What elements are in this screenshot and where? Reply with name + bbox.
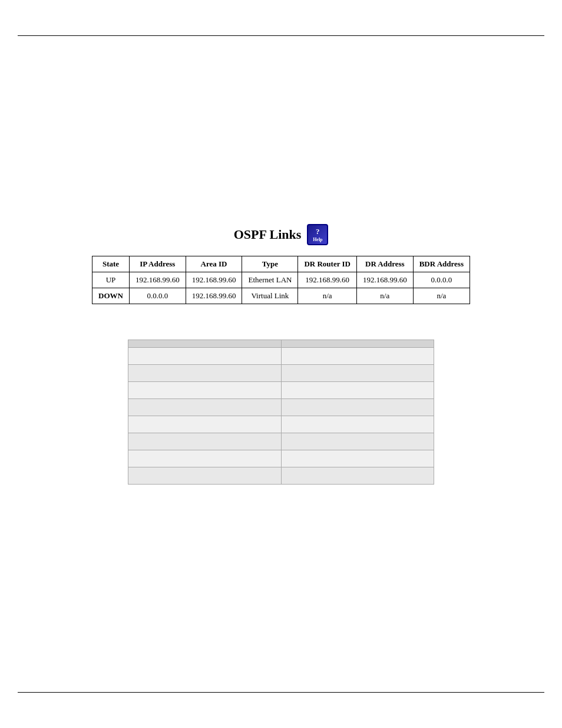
ospf-links-table: State IP Address Area ID Type DR Router … [92,256,470,304]
header-dr-address: DR Address [356,256,413,272]
data-table-container [128,340,434,485]
cell-dr-router-id: n/a [298,288,356,304]
ospf-links-title-row: OSPF Links ? Help [234,224,329,245]
cell-area-id: 192.168.99.60 [186,288,242,304]
cell-ip-address: 0.0.0.0 [129,288,186,304]
data-cell-col2 [281,348,434,365]
data-cell-col2 [281,382,434,399]
data-table-row [128,399,434,416]
cell-bdr-address: n/a [413,288,470,304]
cell-ip-address: 192.168.99.60 [129,272,186,288]
ospf-table-row: UP 192.168.99.60 192.168.99.60 Ethernet … [92,272,470,288]
header-dr-router-id: DR Router ID [298,256,356,272]
data-table-header-col2 [281,340,434,348]
data-cell-col2 [281,416,434,433]
cell-type: Virtual Link [242,288,298,304]
top-divider [18,35,544,36]
data-cell-col1 [128,365,282,382]
header-bdr-address: BDR Address [413,256,470,272]
cell-state: DOWN [92,288,130,304]
data-cell-col1 [128,416,282,433]
ospf-table-row: DOWN 0.0.0.0 192.168.99.60 Virtual Link … [92,288,470,304]
data-table-row [128,365,434,382]
ospf-table-header-row: State IP Address Area ID Type DR Router … [92,256,470,272]
header-state: State [92,256,130,272]
data-cell-col2 [281,467,434,485]
data-table-row [128,433,434,450]
cell-state: UP [92,272,130,288]
data-table-row [128,450,434,467]
cell-bdr-address: 0.0.0.0 [413,272,470,288]
header-ip-address: IP Address [129,256,186,272]
data-cell-col1 [128,450,282,467]
header-type: Type [242,256,298,272]
cell-dr-address: n/a [356,288,413,304]
cell-dr-router-id: 192.168.99.60 [298,272,356,288]
help-label: Help [313,237,322,242]
data-table-row [128,416,434,433]
page-title: OSPF Links [234,227,302,242]
data-cell-col2 [281,433,434,450]
data-cell-col1 [128,399,282,416]
data-cell-col1 [128,382,282,399]
data-cell-col1 [128,348,282,365]
data-table [128,340,434,485]
cell-area-id: 192.168.99.60 [186,272,242,288]
data-cell-col2 [281,450,434,467]
bottom-divider [18,692,544,693]
data-table-header-col1 [128,340,282,348]
data-cell-col1 [128,433,282,450]
data-cell-col2 [281,365,434,382]
data-cell-col1 [128,467,282,485]
data-cell-col2 [281,399,434,416]
cell-type: Ethernet LAN [242,272,298,288]
help-question-mark: ? [316,227,320,236]
data-table-row [128,467,434,485]
data-table-header-row [128,340,434,348]
data-table-row [128,348,434,365]
main-content: OSPF Links ? Help State IP Address Area … [0,0,562,485]
cell-dr-address: 192.168.99.60 [356,272,413,288]
header-area-id: Area ID [186,256,242,272]
help-icon-button[interactable]: ? Help [307,224,328,245]
data-table-row [128,382,434,399]
